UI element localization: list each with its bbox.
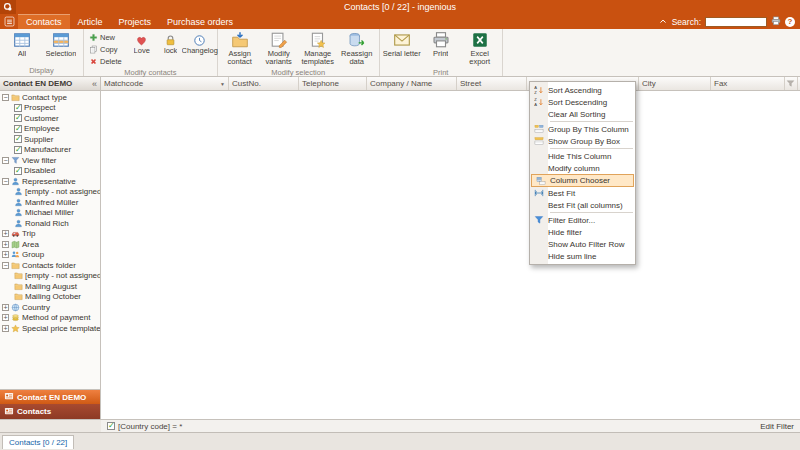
tree-item-employee[interactable]: Employee xyxy=(0,124,100,135)
tree-item-mailing-october[interactable]: Mailing October xyxy=(0,292,100,303)
love-button[interactable]: Love xyxy=(128,30,156,55)
ribbon-group-label: Print xyxy=(383,67,499,78)
expander-icon[interactable]: + xyxy=(2,251,9,258)
column-header-company-name[interactable]: Company / Name xyxy=(367,77,457,90)
header-filter-button[interactable] xyxy=(785,77,798,90)
expander-icon[interactable]: − xyxy=(2,157,9,164)
checkbox-disabled[interactable] xyxy=(14,167,22,175)
column-header-custno[interactable]: CustNo. xyxy=(229,77,299,90)
column-header-telephone[interactable]: Telephone xyxy=(299,77,367,90)
edit-filter-button[interactable]: Edit Filter xyxy=(760,422,794,431)
tree-item-contact-type[interactable]: −Contact type xyxy=(0,92,100,103)
menu-item-sort-descending[interactable]: ZASort Descending xyxy=(530,96,635,108)
menu-item-clear-all-sorting[interactable]: Clear All Sorting xyxy=(530,108,635,120)
expander-icon[interactable]: + xyxy=(2,230,9,237)
excel-export-button[interactable]: Excel export xyxy=(461,30,499,67)
reassign-data-button[interactable]: Reassign data xyxy=(338,30,376,67)
menu-item-hide-filter[interactable]: Hide filter xyxy=(530,226,635,238)
expander-icon[interactable]: − xyxy=(2,178,9,185)
menu-item-show-auto-filter-row[interactable]: Show Auto Filter Row xyxy=(530,238,635,250)
menu-item-show-group-by-box[interactable]: Show Group By Box xyxy=(530,135,635,147)
tree-item-area[interactable]: +Area xyxy=(0,239,100,250)
column-header-street[interactable]: Street xyxy=(457,77,527,90)
grid-body[interactable] xyxy=(101,91,800,419)
tree-item-mailing-august[interactable]: Mailing August xyxy=(0,281,100,292)
column-header-city[interactable]: City xyxy=(639,77,711,90)
templates-icon xyxy=(309,31,327,49)
column-header-matchcode[interactable]: Matchcode▼ xyxy=(101,77,229,90)
menu-item-modify-column[interactable]: Modify column xyxy=(530,162,635,174)
tree-item-contacts-folder[interactable]: −Contacts folder xyxy=(0,260,100,271)
panel-contact-en-demo[interactable]: Contact EN DEMO xyxy=(0,389,100,404)
sidebar-collapse-button[interactable]: « xyxy=(92,79,97,89)
menu-item-best-fit-all-columns[interactable]: Best Fit (all columns) xyxy=(530,199,635,211)
assign-folder-icon xyxy=(231,31,249,49)
tree-item-representative[interactable]: −Representative xyxy=(0,176,100,187)
ribbon-collapse-button[interactable] xyxy=(658,16,668,28)
svg-text:Z: Z xyxy=(534,90,537,95)
tree-item-country[interactable]: +Country xyxy=(0,302,100,313)
print-button[interactable]: Print xyxy=(422,30,460,58)
checkbox-supplier[interactable] xyxy=(14,135,22,143)
expander-icon[interactable]: + xyxy=(2,314,9,321)
checkbox-manufacturer[interactable] xyxy=(14,146,22,154)
tree-item-trip[interactable]: +Trip xyxy=(0,229,100,240)
expander-icon[interactable]: + xyxy=(2,241,9,248)
menu-item-hide-this-column[interactable]: Hide This Column xyxy=(530,150,635,162)
menu-item-hide-sum-line[interactable]: Hide sum line xyxy=(530,250,635,262)
quick-panel-button[interactable] xyxy=(771,16,781,28)
changelog-button[interactable]: Changelog xyxy=(186,30,214,55)
selection-button[interactable]: Selection xyxy=(42,30,80,58)
tree-item-ronald-rich[interactable]: Ronald Rich xyxy=(0,218,100,229)
modify-variants-button[interactable]: Modify variants xyxy=(260,30,298,67)
app-menu-button[interactable] xyxy=(0,14,18,29)
assign-contact-folder-button[interactable]: Assign contact folder xyxy=(221,30,259,67)
tree-item-prospect[interactable]: Prospect xyxy=(0,103,100,114)
expander-icon[interactable]: + xyxy=(2,304,9,311)
manage-templates-button[interactable]: Manage templates xyxy=(299,30,337,67)
tree-item-view-filter[interactable]: −View filter xyxy=(0,155,100,166)
tree-item-group[interactable]: +Group xyxy=(0,250,100,261)
tab-projects[interactable]: Projects xyxy=(111,14,160,29)
menu-item-best-fit[interactable]: Best Fit xyxy=(530,187,635,199)
tab-article[interactable]: Article xyxy=(70,14,111,29)
ribbon-group-print: Serial letterPrintExcel exportPrint xyxy=(380,29,503,76)
sidebar-splitter[interactable] xyxy=(0,382,100,387)
menu-item-filter-editor[interactable]: Filter Editor... xyxy=(530,214,635,226)
tab-purchase-orders[interactable]: Purchase orders xyxy=(159,14,241,29)
help-button[interactable]: ? xyxy=(785,17,795,27)
tree-item-customer[interactable]: Customer xyxy=(0,113,100,124)
new-button[interactable]: New xyxy=(87,32,124,43)
panel-contacts[interactable]: Contacts xyxy=(0,404,100,419)
tree-item-supplier[interactable]: Supplier xyxy=(0,134,100,145)
tree-item-special-price-templates[interactable]: +Special price templates xyxy=(0,323,100,334)
serial-letter-button[interactable]: Serial letter xyxy=(383,30,421,58)
tree-item-manufacturer[interactable]: Manufacturer xyxy=(0,145,100,156)
lock-button[interactable]: lock xyxy=(157,30,185,55)
excel-icon xyxy=(471,31,489,49)
tabbar-right-cluster: Search: ? xyxy=(658,14,800,29)
tree-item-empty-not-assigned[interactable]: [empty - not assigned] xyxy=(0,187,100,198)
delete-button[interactable]: Delete xyxy=(87,56,124,67)
tree-item-disabled[interactable]: Disabled xyxy=(0,166,100,177)
menu-item-column-chooser[interactable]: Column Chooser xyxy=(531,174,634,187)
menu-item-sort-ascending[interactable]: AZSort Ascending xyxy=(530,84,635,96)
document-tab-contacts[interactable]: Contacts [0 / 22] xyxy=(2,435,74,449)
tree-item-empty-not-assigned[interactable]: [empty - not assigned] xyxy=(0,271,100,282)
tree-item-manfred-m-ller[interactable]: Manfred Müller xyxy=(0,197,100,208)
checkbox-prospect[interactable] xyxy=(14,104,22,112)
filter-checkbox[interactable] xyxy=(107,422,115,430)
tab-contacts[interactable]: Contacts xyxy=(18,14,70,29)
all-button[interactable]: All xyxy=(3,30,41,58)
tree-item-michael-miller[interactable]: Michael Miller xyxy=(0,208,100,219)
menu-item-group-by-this-column[interactable]: Group By This Column xyxy=(530,123,635,135)
column-header-fax[interactable]: Fax xyxy=(711,77,785,90)
checkbox-employee[interactable] xyxy=(14,125,22,133)
expander-icon[interactable]: − xyxy=(2,262,9,269)
expander-icon[interactable]: + xyxy=(2,325,9,332)
tree-item-method-of-payment[interactable]: +Method of payment xyxy=(0,313,100,324)
expander-icon[interactable]: − xyxy=(2,94,9,101)
search-input[interactable] xyxy=(705,17,767,27)
copy-button[interactable]: Copy xyxy=(87,44,124,55)
checkbox-customer[interactable] xyxy=(14,114,22,122)
